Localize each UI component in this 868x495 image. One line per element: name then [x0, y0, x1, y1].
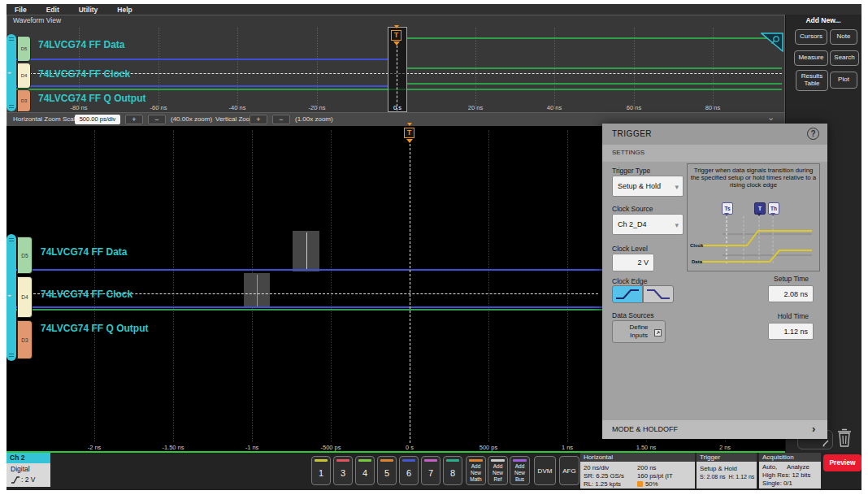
channel-8-button[interactable]: 8	[443, 456, 462, 485]
clock-edge-falling-button[interactable]	[643, 285, 674, 303]
channel-label-qoutput: 74LVCG74 FF Q Output	[38, 93, 145, 104]
mode-holdoff-bar[interactable]: MODE & HOLDOFF ›	[602, 420, 827, 439]
channel-badge-d3[interactable]: D3	[17, 320, 33, 359]
axis-tick: 20 ns	[468, 104, 483, 111]
acquisition-single: Single: 0/1	[762, 480, 792, 487]
trigger-info-panel[interactable]: Trigger Setup & Hold S: 2.08 ns H: 1.12 …	[697, 453, 757, 488]
axis-tick: -60 ns	[150, 104, 167, 111]
data-sources-label: Data Sources	[612, 311, 654, 319]
axis-tick: 60 ns	[627, 104, 641, 111]
hold-time-field[interactable]: 1.12 ns	[768, 323, 814, 340]
record-length: RL: 1.25 kpts	[584, 480, 621, 488]
add-cursors-button[interactable]: Cursors	[795, 29, 827, 45]
channel-badge-d3[interactable]: D3	[17, 89, 31, 112]
transition-edge	[306, 232, 307, 270]
channel-1-button[interactable]: 1	[311, 456, 331, 485]
waveform-segment-d5-low	[15, 59, 388, 60]
trigger-panel-header[interactable]: TRIGGER ?	[602, 124, 827, 145]
trigger-type-label: Trigger Type	[612, 167, 650, 175]
channel-6-button[interactable]: 6	[399, 456, 419, 485]
horizontal-position: 50%	[645, 480, 658, 488]
add-results-table-button[interactable]: Results Table	[796, 70, 828, 91]
acquisition-info-title: Acquisition	[759, 453, 821, 462]
channel-badge-d4[interactable]: D4	[17, 63, 31, 89]
gridline	[173, 130, 174, 442]
chevron-right-icon: ›	[812, 423, 815, 435]
dvm-button[interactable]: DVM	[534, 456, 556, 485]
settings-tab[interactable]: SETTINGS	[602, 145, 827, 162]
help-icon[interactable]: ?	[807, 128, 819, 140]
horizontal-info-panel[interactable]: Horizontal 20 ns/div 200 ns SR: 6.25 GS/…	[580, 453, 695, 488]
channel2-badge-header: Ch 2	[7, 453, 50, 463]
add-new-title: Add New...	[785, 16, 861, 24]
channel-7-button[interactable]: 7	[421, 456, 441, 485]
v-zoom-factor: (1.00x zoom)	[295, 115, 333, 123]
v-zoom-minus-button[interactable]: −	[272, 115, 290, 124]
add-new-bus-button[interactable]: Add New Bus	[510, 456, 530, 485]
channel-5-button[interactable]: 5	[377, 456, 397, 485]
menu-file[interactable]: File	[15, 6, 27, 14]
setup-hold-diagram: Clock Data	[690, 215, 817, 270]
channel-label-data: 74LVCG74 FF Data	[38, 39, 124, 50]
add-new-math-button[interactable]: Add New Math	[466, 456, 486, 485]
h-zoom-plus-button[interactable]: +	[125, 115, 143, 124]
horizontal-info-title: Horizontal	[580, 453, 695, 462]
menu-help[interactable]: Help	[117, 6, 132, 14]
h-zoom-minus-button[interactable]: −	[148, 115, 166, 124]
clock-source-mark: ◂▸	[7, 70, 11, 75]
add-plot-button[interactable]: Plot	[830, 72, 857, 89]
channel-badge-d4[interactable]: D4	[17, 276, 33, 318]
gridline	[158, 28, 159, 109]
h-zoom-factor: (40.00x zoom)	[171, 115, 212, 123]
trigger-flag[interactable]: T	[391, 30, 401, 41]
clock-source-mark: ◂▸	[7, 293, 11, 297]
tekscope-app: { "menu": {"items": ["File", "Edit", "Ut…	[0, 0, 868, 495]
channel-badge-d5[interactable]: D5	[17, 36, 31, 62]
axis-tick: 80 ns	[705, 104, 720, 111]
channel-color-stripe	[336, 459, 349, 462]
horizontal-window: 200 ns	[637, 464, 656, 471]
channel2-badge[interactable]: Ch 2 Digital : 2 V	[7, 453, 50, 487]
trigger-flag-pointer-icon	[393, 41, 400, 46]
clock-source-dropdown[interactable]: Ch 2_D4 ▾	[612, 214, 684, 235]
preview-button[interactable]: Preview	[823, 454, 861, 471]
gridline	[331, 130, 332, 442]
trigger-top-marker-icon	[394, 25, 399, 28]
channel-badge-d5[interactable]: D5	[17, 237, 33, 274]
channel-3-button[interactable]: 3	[333, 456, 353, 485]
digital-group-handle[interactable]	[7, 234, 16, 361]
rising-edge-icon	[613, 286, 642, 302]
position-icon	[637, 481, 643, 487]
axis-tick: -80 ns	[71, 104, 88, 111]
setup-time-field[interactable]: 2.08 ns	[768, 285, 814, 302]
channel-4-button[interactable]: 4	[355, 456, 375, 485]
menu-utility[interactable]: Utility	[79, 6, 98, 14]
acquisition-info-panel[interactable]: Acquisition Auto, Analyze High Res: 12 b…	[759, 453, 821, 488]
trash-icon[interactable]	[835, 428, 853, 449]
v-zoom-plus-button[interactable]: +	[250, 115, 267, 124]
waveform-segment-d4-low	[15, 85, 388, 87]
axis-tick: 1 ns	[562, 444, 573, 451]
zoom-corner-flag-icon[interactable]	[761, 33, 783, 53]
trigger-position-line	[397, 46, 397, 111]
add-search-button[interactable]: Search	[830, 50, 859, 66]
channel-color-stripe	[446, 459, 459, 462]
collapse-chevron-icon[interactable]: ⌄	[767, 112, 775, 123]
axis-tick: -500 ps	[320, 444, 341, 451]
menu-edit[interactable]: Edit	[46, 6, 59, 14]
channel-label-clock: 74LVCG74 FF Clock	[38, 68, 130, 80]
trigger-type-dropdown[interactable]: Setup & Hold ▾	[612, 176, 684, 197]
gridline	[237, 28, 238, 109]
horizontal-zoom-scale-input[interactable]: 500.00 ps/div	[75, 115, 120, 124]
add-measure-button[interactable]: Measure	[794, 50, 828, 66]
trigger-flag[interactable]: T	[404, 128, 414, 138]
define-inputs-button[interactable]: Define Inputs	[612, 320, 666, 343]
falling-edge-icon	[644, 286, 673, 302]
waveform-view-tab[interactable]: Waveform View	[13, 16, 61, 24]
clock-level-field[interactable]: 2 V	[612, 254, 654, 271]
afg-button[interactable]: AFG	[559, 456, 579, 485]
clock-edge-rising-button[interactable]	[612, 285, 643, 303]
add-note-button[interactable]: Note	[830, 29, 857, 45]
axis-tick: -2 ns	[88, 444, 102, 451]
add-new-ref-button[interactable]: Add New Ref	[488, 456, 508, 485]
